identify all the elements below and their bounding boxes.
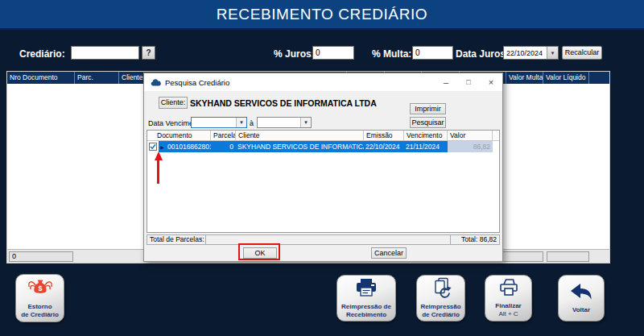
reimpressao-recebimento-button[interactable]: Reimpressão de Recebimento [336,275,396,321]
cliente-button[interactable]: Cliente: [159,97,188,109]
row-checkbox-cell[interactable] [147,141,159,152]
action-label-line2: de Crediário [21,311,59,319]
table-row[interactable]: ▶ 001016862801/01 0 SKYHAND SERVICOS DE … [147,141,499,152]
cell-valor: 86,82 [448,141,493,152]
grid-col-emissao: Emissão [364,131,404,140]
document-refresh-icon [430,277,452,301]
grid-col-documento: Documento [147,131,211,140]
pesquisa-results-grid: Documento Parcela Cliente Emissão Vencim… [147,130,500,233]
action-label-line2: Alt + C [498,310,518,318]
chevron-down-icon[interactable]: ▼ [547,47,558,59]
action-label-line1: Estorno [27,303,52,311]
cell-vencimento: 21/11/2024 [404,141,448,152]
action-label-line1: Voltar [572,306,590,314]
data-vencimento-to-combobox[interactable]: ▼ [257,117,312,128]
maximize-icon[interactable]: □ [457,73,480,91]
annotation-arrow [154,151,163,185]
printer-icon [354,278,378,301]
data-vencimento-to-value [258,118,300,127]
grid-col-valor: Valor [448,131,493,140]
svg-text:$: $ [38,284,42,292]
data-vencimento-from-value [192,118,236,127]
row-indicator-icon: ▶ [159,141,166,152]
footer-valor-liquido-box [547,251,589,262]
back-arrow-icon [568,282,594,305]
grid-col-vencimento: Vencimento [404,131,448,140]
action-label-line2: de Crediário [422,311,460,319]
cloud-icon [151,79,161,86]
dialog-title: Pesquisa Crediário [165,78,435,87]
action-label-line2: Recebimento [346,311,386,319]
action-label-line1: Reimpressão [420,303,460,311]
footer-total-box: 0 [9,251,73,262]
multa-label: % Multa: [372,48,411,60]
col-nro-documento: Nro Documento [7,72,75,84]
total-parcelas: Total de Parcelas: 1 [147,234,206,245]
cell-emissao: 22/10/2024 [364,141,404,152]
pesquisar-button[interactable]: Pesquisar [410,117,446,128]
cell-blank [493,141,499,152]
grid-header: Documento Parcela Cliente Emissão Vencim… [147,131,499,141]
page-title: RECEBIMENTO CREDIÁRIO [0,0,644,28]
annotation-highlight-box [238,243,280,260]
col-blank [589,72,609,84]
cancelar-button[interactable]: Cancelar [371,247,407,259]
cliente-name: SKYHAND SERVICOS DE INFORMATICA LTDA [190,98,377,108]
estorno-crediario-button[interactable]: $ Estorno de Crediário [15,274,64,322]
checked-checkbox[interactable] [149,143,157,151]
action-label-line1: Finalizar [495,302,521,310]
data-juros-combobox[interactable]: 22/10/2024 ▼ [503,46,559,60]
recebimento-crediario-window: RECEBIMENTO CREDIÁRIO Crediário: ? % Jur… [0,0,644,336]
totals-bar: Total de Parcelas: 1 Total: 86,82 [147,234,500,245]
close-icon[interactable]: × [480,73,502,91]
money-bag-wings-icon: $ [27,277,54,301]
data-vencimento-from-combobox[interactable]: ▼ [191,117,247,128]
printer-outline-icon [497,278,521,301]
footer-valor-multa-box [502,251,543,262]
minimize-icon[interactable]: – [435,73,457,91]
grid-col-parcela: Parcela [211,131,236,140]
reimpressao-crediario-button[interactable]: Reimpressão de Crediário [416,275,465,321]
cell-cliente: SKYHAND SERVICOS DE INFORMATICA LTDA [236,141,364,152]
crediario-input[interactable] [71,46,139,60]
col-valor-multa: Valor Multa [506,72,543,84]
juros-label: % Juros: [274,48,315,60]
voltar-button[interactable]: Voltar [558,275,605,321]
between-label: à [250,119,254,127]
multa-input[interactable] [412,46,453,60]
crediario-label: Crediário: [19,48,65,60]
app-titlebar: RECEBIMENTO CREDIÁRIO [0,0,644,30]
juros-input[interactable] [312,46,354,60]
grid-col-cliente: Cliente [236,131,364,140]
data-juros-value: 22/10/2024 [504,49,547,57]
chevron-down-icon[interactable]: ▼ [300,118,311,127]
total-valor: Total: 86,82 [450,234,500,245]
finalizar-button[interactable]: Finalizar Alt + C [485,275,532,321]
action-label-line1: Reimpressão de [341,303,391,311]
cell-documento: 001016862801/01 [166,141,211,152]
dialog-titlebar[interactable]: Pesquisa Crediário – □ × [144,73,502,91]
col-valor-liquido: Valor Líquido [543,72,589,84]
chevron-down-icon[interactable]: ▼ [236,118,246,127]
data-juros-label: Data Juros: [456,48,509,60]
col-parc: Parc. [75,72,119,84]
recalcular-button[interactable]: Recalcular [562,46,602,60]
imprimir-button[interactable]: Imprimir [410,103,446,114]
grid-col-blank [493,131,499,140]
pesquisa-crediario-dialog: Pesquisa Crediário – □ × Cliente: SKYHAN… [143,73,503,262]
cell-parcela: 0 [211,141,236,152]
crediario-lookup-button[interactable]: ? [142,46,155,60]
